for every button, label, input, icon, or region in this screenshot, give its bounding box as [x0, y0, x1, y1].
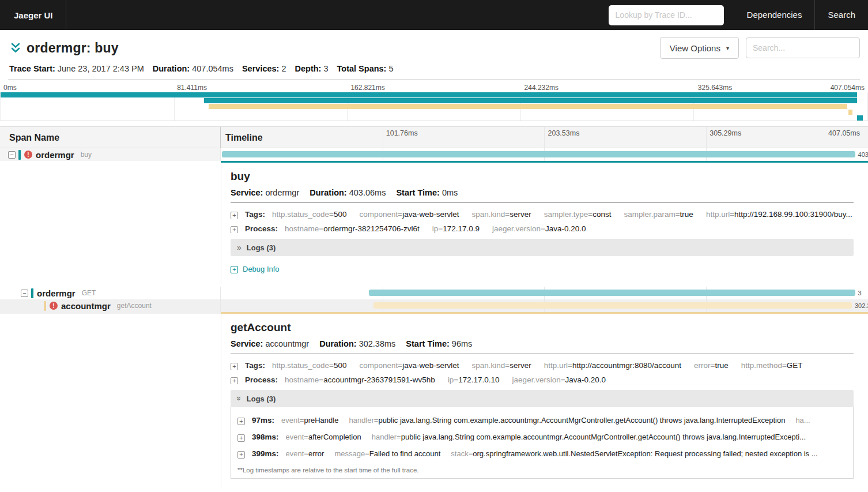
selected-span-underline [221, 161, 868, 163]
nav-divider [66, 0, 66, 30]
expand-plus-icon[interactable] [237, 418, 245, 425]
span-duration-label: 302.38ms [855, 302, 868, 309]
debug-info-toggle[interactable]: Debug Info [231, 265, 854, 273]
expand-plus-icon[interactable] [231, 226, 238, 233]
error-icon: ! [24, 151, 32, 159]
span-timeline-cell: 3 [221, 287, 868, 299]
span-service-name: ordermgr [37, 288, 76, 298]
field-duration: Duration:403.06ms [310, 188, 386, 197]
tick-label: 407.05ms [828, 129, 860, 137]
detail-divider [231, 202, 854, 203]
kv-ha...: ha... [795, 416, 810, 425]
span-operation-name: GET [82, 289, 96, 297]
tick-label: 0ms [3, 84, 17, 92]
log-timestamp: 398ms: [252, 433, 279, 441]
service-color-bar [31, 288, 33, 298]
process-label: Process: [245, 224, 278, 233]
span-duration-bar[interactable] [373, 302, 852, 309]
field-service: Service:accountmgr [231, 339, 309, 348]
kv-stack: stack=org.springframework.web.util.Neste… [451, 449, 817, 458]
error-icon: ! [50, 302, 58, 310]
kv-ip: ip=172.17.0.10 [448, 375, 500, 384]
span-duration-label: 3 [858, 290, 862, 296]
kv-span.kind: span.kind=server [472, 210, 531, 219]
tags-label: Tags: [245, 361, 265, 370]
tick-label: 305.29ms [710, 129, 741, 137]
kv-sampler.param: sampler.param=true [624, 210, 693, 219]
kv-http.url: http.url=http://192.168.99.100:31900/buy… [706, 210, 852, 219]
logs-label: Logs (3) [247, 243, 276, 252]
timeline-header-label: Timeline [225, 133, 263, 143]
process-label: Process: [245, 375, 278, 384]
span-row-ordermgr-get[interactable]: − ordermgr GET 3 [0, 287, 868, 299]
nav-dependencies-link[interactable]: Dependencies [734, 0, 815, 30]
expand-plus-icon[interactable] [231, 363, 238, 370]
tags-list: http.status_code=500component=java-web-s… [272, 361, 803, 370]
field-duration: Duration:302.38ms [319, 339, 395, 348]
kv-component: component=java-web-servlet [360, 210, 459, 219]
log-timestamp: 97ms: [252, 416, 274, 425]
collapse-trace-chevrons-icon[interactable] [10, 42, 21, 57]
minimap-span-bar [1, 92, 857, 97]
kv-sampler.type: sampler.type=const [544, 210, 612, 219]
minimap-span-bar [209, 104, 847, 109]
log-entry-399ms[interactable]: 399ms:event=errormessage=Failed to find … [237, 445, 847, 462]
span-detail-fields: Service:ordermgr Duration:403.06ms Start… [231, 188, 854, 197]
tick-label: 325.643ms [698, 84, 732, 92]
span-detail-buy: buy Service:ordermgr Duration:403.06ms S… [221, 163, 868, 283]
span-row-accountmgr-getaccount[interactable]: ! accountmgr getAccount 302.38ms [0, 299, 868, 314]
tick-label: 81.411ms [177, 84, 207, 92]
service-color-bar [44, 301, 46, 311]
field-start-time: Start Time:96ms [406, 339, 472, 348]
kv-error: error=true [694, 361, 729, 370]
tags-label: Tags: [245, 210, 265, 219]
trace-header: ordermgr: buy View Options ▾ Trace Start… [0, 30, 868, 80]
logs-toggle-collapsed[interactable]: » Logs (3) [231, 239, 854, 256]
span-duration-bar[interactable] [222, 151, 855, 157]
span-duration-label: 403.06ms [858, 151, 868, 158]
trace-search-input[interactable] [746, 37, 860, 58]
kv-http.status_code: http.status_code=500 [272, 361, 347, 370]
minimap-span-bar [848, 110, 853, 115]
span-service-name: ordermgr [36, 150, 74, 160]
span-duration-bar[interactable] [369, 290, 855, 296]
trace-meta-row: Trace Start:June 23, 2017 2:43 PM Durati… [8, 59, 860, 80]
expand-plus-icon[interactable] [231, 377, 238, 384]
debug-info-label: Debug Info [243, 265, 280, 273]
nav-search-link[interactable]: Search [815, 0, 868, 30]
log-entry-398ms[interactable]: 398ms:event=afterCompletionhandler=publi… [237, 429, 847, 445]
kv-handler: handler=public java.lang.String com.exam… [372, 433, 806, 441]
meta-trace-start: Trace Start:June 23, 2017 2:43 PM [9, 64, 144, 73]
trace-title: ordermgr: buy [27, 40, 119, 56]
kv-http.status_code: http.status_code=500 [272, 210, 347, 219]
detail-divider [231, 354, 854, 354]
view-options-label: View Options [670, 43, 720, 53]
expand-plus-icon[interactable] [237, 434, 245, 442]
meta-services: Services:2 [242, 64, 286, 73]
field-start-time: Start Time:0ms [396, 188, 458, 197]
expand-plus-icon[interactable] [237, 451, 245, 459]
log-fields: event=errormessage=Failed to find accoun… [286, 449, 818, 458]
collapse-span-icon[interactable]: − [21, 290, 28, 297]
span-row-ordermgr-buy[interactable]: − ! ordermgr buy 403.06ms [0, 148, 868, 163]
tick-label: 101.76ms [386, 129, 418, 137]
minimap-canvas[interactable] [0, 92, 868, 121]
app-brand[interactable]: Jaeger UI [0, 10, 53, 20]
meta-depth: Depth:3 [295, 64, 329, 73]
kv-component: component=java-web-servlet [360, 361, 459, 370]
collapse-span-icon[interactable]: − [8, 151, 16, 159]
span-detail-title: buy [231, 170, 854, 183]
tags-row[interactable]: Tags: http.status_code=500component=java… [231, 361, 854, 370]
span-table-header: Span Name Timeline 101.76ms203.53ms305.2… [0, 126, 868, 148]
process-row[interactable]: Process: hostname=ordermgr-3821254706-zv… [231, 224, 854, 233]
log-entry-97ms[interactable]: 97ms:event=preHandlehandler=public java.… [237, 412, 847, 429]
tags-row[interactable]: Tags: http.status_code=500component=java… [231, 210, 854, 219]
logs-toggle-expanded[interactable]: » Logs (3) [231, 390, 854, 407]
top-nav-bar: Jaeger UI Dependencies Search [0, 0, 868, 30]
trace-lookup-input[interactable] [609, 5, 724, 25]
tick-label: 162.821ms [350, 84, 384, 92]
view-options-button[interactable]: View Options ▾ [660, 37, 739, 59]
process-row[interactable]: Process: hostname=accountmgr-2363791591-… [231, 375, 854, 384]
process-list: hostname=accountmgr-2363791591-wv5hbip=1… [285, 375, 606, 384]
expand-plus-icon[interactable] [231, 212, 238, 219]
